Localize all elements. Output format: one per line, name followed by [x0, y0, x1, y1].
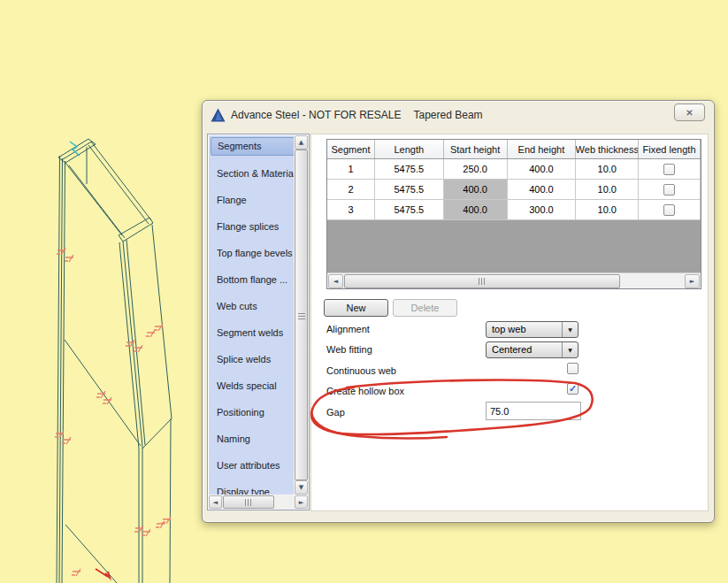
sidebar-item-display-type[interactable]: Display type	[211, 483, 293, 495]
table-horizontal-scrollbar[interactable]: ◄ ►	[327, 272, 701, 288]
table-cell	[639, 180, 701, 199]
table-cell[interactable]: 10.0	[576, 180, 639, 199]
column-header-web-thickness[interactable]: Web thickness	[576, 140, 639, 158]
tapered-beam-dialog: Advance Steel - NOT FOR RESALETapered Be…	[202, 100, 715, 523]
sidebar-item-naming[interactable]: Naming	[211, 430, 293, 448]
table-cell[interactable]: 400.0	[444, 200, 508, 219]
table-cell	[639, 159, 701, 179]
table-empty-area	[327, 220, 701, 272]
web-fitting-dropdown[interactable]: Centered ▼	[486, 341, 579, 358]
dialog-title: Advance Steel - NOT FOR RESALETapered Be…	[231, 109, 483, 121]
sidebar-item-positioning[interactable]: Positioning	[211, 403, 293, 421]
sidebar-vertical-scrollbar[interactable]: ▲ ▼	[295, 135, 308, 495]
scroll-grip-icon	[479, 278, 487, 285]
table-cell[interactable]: 400.0	[508, 159, 577, 179]
scroll-down-button[interactable]: ▼	[295, 480, 308, 495]
table-cell[interactable]: 10.0	[576, 200, 639, 219]
table-cell[interactable]: 5475.5	[375, 180, 444, 199]
table-cell[interactable]: 3	[327, 200, 375, 219]
sidebar-item-top-flange-bevels[interactable]: Top flange bevels	[211, 244, 293, 262]
column-header-length[interactable]: Length	[375, 140, 444, 158]
scroll-right-icon: ►	[299, 499, 303, 506]
segments-table: SegmentLengthStart heightEnd heightWeb t…	[326, 139, 701, 289]
close-icon: ✕	[686, 108, 693, 118]
sidebar-item-splice-welds[interactable]: Splice welds	[211, 350, 293, 368]
table-cell[interactable]: 10.0	[576, 159, 639, 179]
sidebar-item-flange-splices[interactable]: Flange splices	[211, 218, 293, 235]
scroll-up-icon: ▲	[299, 139, 303, 146]
scroll-right-button[interactable]: ►	[685, 274, 700, 288]
sidebar-scroll-thumb[interactable]	[295, 150, 308, 480]
scroll-left-icon: ◄	[213, 499, 218, 506]
continuous-web-label: Continuous web	[326, 365, 396, 376]
column-header-start-height[interactable]: Start height	[444, 140, 508, 158]
continuous-web-checkbox[interactable]	[567, 363, 579, 374]
alignment-dropdown[interactable]: top web ▼	[486, 321, 579, 338]
sidebar-item-flange[interactable]: Flange	[211, 191, 293, 209]
scroll-left-icon: ◄	[333, 278, 338, 285]
segments-pane: SegmentLengthStart heightEnd heightWeb t…	[310, 134, 709, 511]
weld-marks	[55, 248, 171, 576]
close-button[interactable]: ✕	[674, 104, 705, 121]
table-cell[interactable]: 400.0	[508, 180, 577, 199]
fixed-length-checkbox[interactable]	[663, 164, 675, 175]
column-header-segment[interactable]: Segment	[327, 140, 375, 158]
table-cell[interactable]: 1	[327, 159, 375, 179]
create-hollow-box-label: Create hollow box	[326, 386, 404, 396]
scroll-grip-icon	[298, 311, 305, 319]
sidebar-item-segment-welds[interactable]: Segment welds	[211, 324, 293, 341]
category-sidebar: SegmentsSection & MaterialFlangeFlange s…	[207, 134, 310, 510]
table-cell[interactable]: 300.0	[508, 200, 577, 219]
sidebar-item-user-attributes[interactable]: User attributes	[211, 456, 293, 474]
scroll-grip-icon	[245, 499, 253, 506]
alignment-label: Alignment	[326, 324, 370, 334]
scroll-down-icon: ▼	[299, 484, 303, 491]
web-fitting-label: Web fitting	[326, 344, 372, 355]
dialog-titlebar[interactable]: Advance Steel - NOT FOR RESALETapered Be…	[203, 101, 714, 131]
table-cell[interactable]: 400.0	[444, 180, 508, 199]
table-body: 15475.5250.0400.010.025475.5400.0400.010…	[327, 159, 701, 220]
table-header: SegmentLengthStart heightEnd heightWeb t…	[327, 140, 701, 159]
sidebar-list: SegmentsSection & MaterialFlangeFlange s…	[209, 135, 294, 495]
scroll-left-button[interactable]: ◄	[209, 495, 222, 509]
table-row: 25475.5400.0400.010.0	[327, 180, 701, 200]
fixed-length-checkbox[interactable]	[663, 184, 675, 196]
delete-button[interactable]: Delete	[393, 299, 457, 317]
advance-steel-logo-icon	[211, 108, 226, 122]
sidebar-item-segments[interactable]: Segments	[211, 137, 294, 156]
column-header-end-height[interactable]: End height	[508, 140, 577, 158]
table-cell	[639, 200, 701, 219]
sidebar-item-bottom-flange[interactable]: Bottom flange ...	[211, 271, 293, 288]
scroll-up-button[interactable]: ▲	[295, 135, 308, 150]
chevron-down-icon: ▼	[562, 322, 578, 337]
table-hscroll-thumb[interactable]	[344, 274, 620, 288]
table-cell[interactable]: 2	[327, 180, 375, 199]
create-hollow-box-checkbox[interactable]	[567, 383, 579, 395]
sidebar-item-web-cuts[interactable]: Web cuts	[211, 297, 293, 315]
gap-label: Gap	[326, 407, 345, 418]
gap-input[interactable]	[486, 402, 581, 420]
sidebar-item-welds-special[interactable]: Welds special	[211, 377, 293, 395]
table-row: 35475.5400.0300.010.0	[327, 200, 701, 220]
scroll-right-button[interactable]: ►	[295, 495, 308, 509]
table-cell[interactable]: 5475.5	[375, 200, 444, 219]
scroll-right-icon: ►	[690, 278, 694, 285]
table-row: 15475.5250.0400.010.0	[327, 159, 701, 180]
chevron-down-icon: ▼	[562, 342, 578, 357]
scroll-left-button[interactable]: ◄	[328, 274, 343, 288]
table-cell[interactable]: 5475.5	[375, 159, 444, 179]
sidebar-horizontal-scrollbar[interactable]: ◄ ►	[209, 495, 308, 509]
column-header-fixed-length[interactable]: Fixed length	[639, 140, 701, 158]
sidebar-hscroll-thumb[interactable]	[223, 495, 274, 509]
new-button[interactable]: New	[324, 299, 388, 317]
table-cell[interactable]: 250.0	[444, 159, 508, 179]
fixed-length-checkbox[interactable]	[663, 204, 675, 216]
sidebar-item-section-material[interactable]: Section & Material	[211, 165, 293, 182]
